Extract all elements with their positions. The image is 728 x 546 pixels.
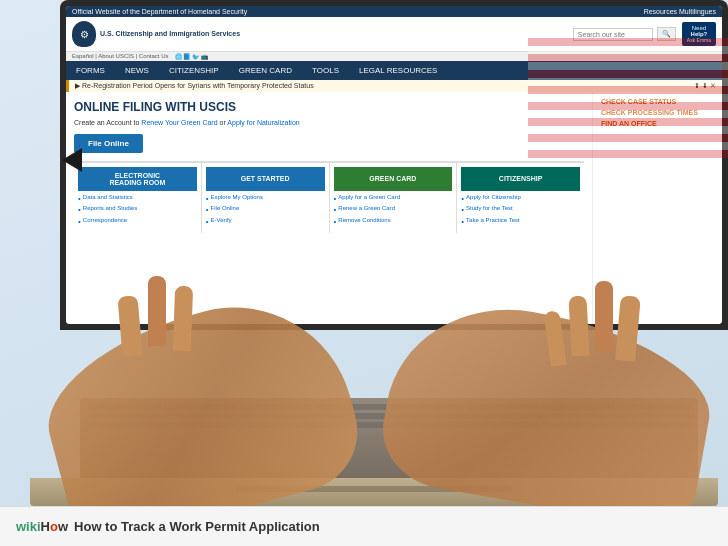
main-content: ONLINE FILING WITH USCIS Create an Accou…	[66, 92, 722, 324]
nav-tools[interactable]: TOOLS	[302, 61, 349, 80]
left-panel: ONLINE FILING WITH USCIS Create an Accou…	[66, 92, 592, 324]
nav-news[interactable]: NEWS	[115, 61, 159, 80]
logo-area: ⚙ U.S. Citizenship and Immigration Servi…	[72, 21, 567, 47]
card-green-card: GREEN CARD Apply for a Green Card Renew …	[330, 163, 458, 233]
uscis-shield-icon: ⚙	[72, 21, 96, 47]
card-link-study[interactable]: Study for the Test	[461, 205, 580, 215]
wikihow-title: How to Track a Work Permit Application	[74, 519, 320, 534]
card-get-started: GET STARTED Explore My Options File Onli…	[202, 163, 330, 233]
nav-legal-resources[interactable]: LEGAL RESOURCES	[349, 61, 447, 80]
apply-naturalization-link[interactable]: Apply for Naturalization	[227, 119, 299, 126]
card-electronic-reading-room: ELECTRONICREADING ROOM Data and Statisti…	[74, 163, 202, 233]
flag-background	[528, 92, 722, 158]
card-link-practice[interactable]: Take a Practice Test	[461, 217, 580, 227]
card-link-data-statistics[interactable]: Data and Statistics	[78, 194, 197, 204]
nav-citizenship[interactable]: CITIZENSHIP	[159, 61, 229, 80]
card-link-apply-citizenship[interactable]: Apply for Citizenship	[461, 194, 580, 204]
online-filing-title: ONLINE FILING WITH USCIS	[74, 100, 584, 114]
screen-content: Official Website of the Department of Ho…	[66, 6, 722, 324]
renew-green-card-link[interactable]: Renew Your Green Card	[141, 119, 217, 126]
card-link-apply-green[interactable]: Apply for a Green Card	[334, 194, 453, 204]
card-citizenship: CITIZENSHIP Apply for Citizenship Study …	[457, 163, 584, 233]
official-text: Official Website of the Department of Ho…	[72, 8, 247, 15]
card-link-remove-conditions[interactable]: Remove Conditions	[334, 217, 453, 227]
keyboard-illustration	[80, 398, 698, 478]
nav-forms[interactable]: FORMS	[66, 61, 115, 80]
card-link-explore[interactable]: Explore My Options	[206, 194, 325, 204]
file-online-button[interactable]: File Online	[74, 134, 143, 153]
card-title-green-card: GREEN CARD	[334, 167, 453, 191]
card-link-file-online[interactable]: File Online	[206, 205, 325, 215]
resources-text: Resources Multilingues	[644, 8, 716, 15]
card-link-everify[interactable]: E-Verify	[206, 217, 325, 227]
laptop-screen: Official Website of the Department of Ho…	[60, 0, 728, 330]
laptop-base	[30, 478, 718, 506]
cards-section: ELECTRONICREADING ROOM Data and Statisti…	[74, 161, 584, 233]
card-title-get-started: GET STARTED	[206, 167, 325, 191]
espanol-links: Español | About USCIS | Contact Us	[72, 53, 169, 60]
card-link-reports[interactable]: Reports and Studies	[78, 205, 197, 215]
wiki-logo: wikiHow	[16, 519, 68, 534]
logo-text: U.S. Citizenship and Immigration Service…	[100, 30, 240, 38]
nav-green-card[interactable]: GREEN CARD	[229, 61, 302, 80]
card-link-renew-green[interactable]: Renew a Green Card	[334, 205, 453, 215]
card-title-electronic: ELECTRONICREADING ROOM	[78, 167, 197, 191]
card-link-correspondence[interactable]: Correspondence	[78, 217, 197, 227]
site-topbar: Official Website of the Department of Ho…	[66, 6, 722, 17]
uscis-website: Official Website of the Department of Ho…	[66, 6, 722, 324]
announcement-text: ▶ Re-Registration Period Opens for Syria…	[75, 82, 314, 90]
arrow-indicator	[62, 148, 82, 172]
card-title-citizenship: CITIZENSHIP	[461, 167, 580, 191]
online-filing-subtitle: Create an Account to Renew Your Green Ca…	[74, 118, 584, 128]
wikihow-footer: wikiHow How to Track a Work Permit Appli…	[0, 506, 728, 546]
social-icons: 🌐 📘 🐦 📺	[175, 53, 208, 60]
